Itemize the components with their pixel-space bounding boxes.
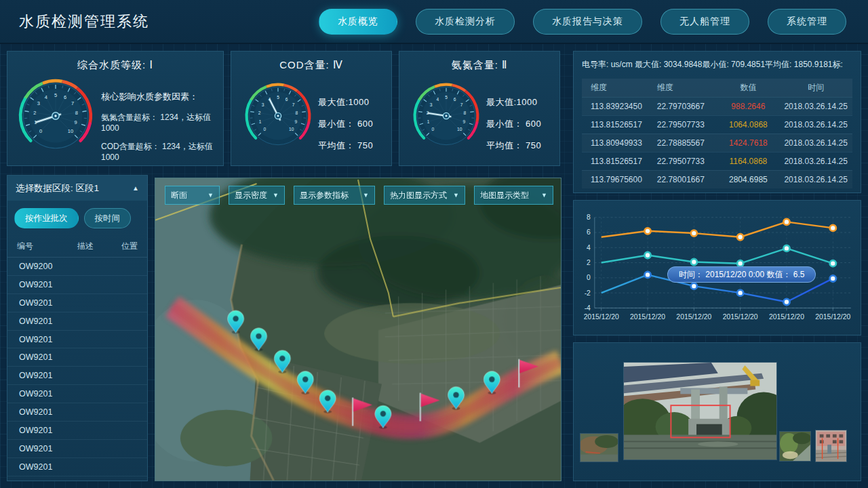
nav-tab-5[interactable]: 系统管理 [768, 9, 846, 35]
data-point[interactable] [830, 225, 836, 231]
sidebar-tab-1[interactable]: 按作业批次 [14, 208, 79, 228]
svg-text:8: 8 [464, 110, 467, 115]
map-filter-4[interactable]: 热力图显示方式▼ [384, 186, 465, 205]
gauge-stat-line: 最大值:1000 [318, 96, 373, 108]
cell-time: 2018.03.26.14.25 [779, 115, 852, 134]
thumbnail-vegetation[interactable] [779, 431, 811, 462]
conductivity-row[interactable]: 113.8094993322.788855671424.76182018.03.… [582, 134, 852, 152]
data-point[interactable] [737, 234, 743, 240]
map-filter-2[interactable]: 显示密度▼ [229, 186, 285, 205]
svg-text:-4: -4 [585, 304, 591, 312]
series-teal [601, 248, 833, 263]
column-header: 数值 [717, 79, 780, 97]
dropdown-label: 显示参数指标 [300, 190, 349, 201]
satellite-map[interactable] [155, 178, 561, 481]
quality-factors-block: 核心影响水质参数因素： 氨氮含量超标： 1234，达标值1000COD含量超标：… [101, 91, 218, 170]
svg-text:5: 5 [445, 95, 448, 100]
list-item-station[interactable]: OW9201 [7, 403, 147, 422]
nav-tab-4[interactable]: 无人船管理 [660, 9, 749, 35]
column-header: 维度 [582, 79, 650, 97]
svg-text:10: 10 [68, 128, 73, 134]
series-orange [601, 222, 833, 237]
main-photo-bridge-sluice[interactable] [623, 362, 777, 460]
cell-latitude: 22.79703667 [650, 97, 717, 115]
data-point[interactable] [830, 260, 836, 266]
gauge-stat-line: 最小值： 600 [486, 118, 541, 130]
list-item-station[interactable]: OW9200 [7, 258, 147, 276]
conductivity-row[interactable]: 113.8152651722.795077331064.08682018.03.… [582, 115, 852, 134]
gauge-ammonia: 012345678910 [412, 81, 481, 150]
nav-tab-3[interactable]: 水质报告与决策 [533, 9, 642, 35]
data-point[interactable] [783, 299, 789, 305]
segment-select-label: 选择数据区段: 区段1 [16, 182, 99, 195]
data-point[interactable] [691, 283, 697, 289]
svg-text:4: 4 [45, 94, 47, 100]
cell-longitude: 113.81526517 [582, 152, 650, 170]
list-item-station[interactable]: OW9201 [7, 331, 147, 349]
svg-text:2015/12/20: 2015/12/20 [723, 313, 758, 321]
list-item-station[interactable]: OW9201 [7, 440, 147, 458]
data-point[interactable] [644, 252, 650, 258]
sidebar-column-label: 位置 [109, 241, 138, 252]
conductivity-row[interactable]: 113.8392345022.79703667988.26462018.03.2… [582, 97, 852, 115]
svg-text:2015/12/20: 2015/12/20 [815, 313, 850, 321]
svg-text:9: 9 [463, 119, 466, 124]
thumbnail-building[interactable] [815, 430, 847, 462]
list-item-station[interactable]: OW9201 [7, 348, 147, 367]
data-point[interactable] [783, 245, 789, 251]
cell-time: 2018.03.26.14.25 [779, 134, 852, 152]
nav-tab-1[interactable]: 水质概览 [319, 9, 397, 35]
data-point[interactable] [783, 219, 789, 225]
map-filter-1[interactable]: 断面▼ [165, 186, 220, 205]
panel-overall-quality: 综合水质等级: Ⅰ 012345678910 核心影响水质参数因素： 氨氮含量超… [7, 51, 224, 166]
list-item-station[interactable]: OW9201 [7, 458, 147, 476]
sidebar-tab-2[interactable]: 按时间 [84, 208, 132, 228]
conductivity-row[interactable]: 113.8152651722.795077331164.08682018.03.… [582, 152, 852, 170]
svg-text:6: 6 [64, 94, 66, 100]
conductivity-row[interactable]: 113.7967560022.780016672804.69852018.03.… [582, 170, 852, 188]
data-point[interactable] [737, 260, 743, 266]
svg-text:7: 7 [292, 102, 295, 107]
svg-text:8: 8 [75, 110, 78, 116]
svg-text:2015/12/20: 2015/12/20 [630, 313, 665, 321]
list-item-station[interactable]: OW9201 [7, 294, 147, 312]
list-item-station[interactable]: OW9201 [7, 312, 147, 331]
gauge-stat-line: 最小值： 600 [318, 118, 373, 130]
list-item-station[interactable]: OW9201 [7, 422, 147, 440]
data-point[interactable] [644, 272, 650, 278]
quality-factor-lines: 氨氮含量超标： 1234，达标值1000COD含量超标： 1234，达标值100… [101, 112, 218, 162]
cell-longitude: 113.79675600 [582, 170, 650, 188]
gauge-overall-quality: 012345678910 [17, 77, 94, 155]
data-point[interactable] [644, 228, 650, 234]
dropdown-label: 地图显示类型 [480, 190, 529, 201]
dropdown-label: 显示密度 [235, 190, 267, 201]
collapse-arrow-icon[interactable]: ▲ [132, 184, 139, 192]
svg-text:9: 9 [295, 119, 298, 124]
svg-text:0: 0 [431, 127, 434, 131]
map-filter-3[interactable]: 显示参数指标▼ [294, 186, 375, 205]
data-point[interactable] [691, 230, 697, 237]
list-item-station[interactable]: OW9201 [7, 385, 147, 403]
nav-tab-2[interactable]: 水质检测分析 [416, 9, 515, 35]
chevron-down-icon: ▼ [273, 192, 279, 199]
panel-title-overall: 综合水质等级: Ⅰ [7, 52, 223, 72]
segment-select-bar[interactable]: 选择数据区段: 区段1 ▲ [7, 176, 147, 201]
svg-text:9: 9 [74, 119, 77, 125]
list-item-station[interactable]: OW9201 [7, 367, 147, 385]
cell-longitude: 113.83923450 [582, 97, 650, 115]
chevron-down-icon: ▼ [453, 192, 459, 199]
data-point[interactable] [830, 275, 836, 281]
thumbnail-riverbank[interactable] [580, 433, 618, 462]
map-filter-5[interactable]: 地图显示类型▼ [474, 186, 553, 205]
gauge-stat-line: 平均值： 750 [318, 140, 373, 152]
gauge-stat-line: 最大值:1000 [486, 96, 541, 108]
data-point[interactable] [691, 259, 697, 265]
sidebar-tabs: 按作业批次按时间 [7, 201, 147, 235]
cell-time: 2018.03.26.14.25 [779, 97, 852, 115]
list-item-station[interactable]: OW9201 [7, 276, 147, 294]
svg-text:1: 1 [427, 119, 430, 124]
app-title: 水质检测管理系统 [19, 12, 149, 32]
data-point[interactable] [737, 290, 743, 296]
gauge-cod: 012345678910 [243, 81, 313, 150]
cell-time: 2018.03.26.14.25 [779, 152, 852, 170]
